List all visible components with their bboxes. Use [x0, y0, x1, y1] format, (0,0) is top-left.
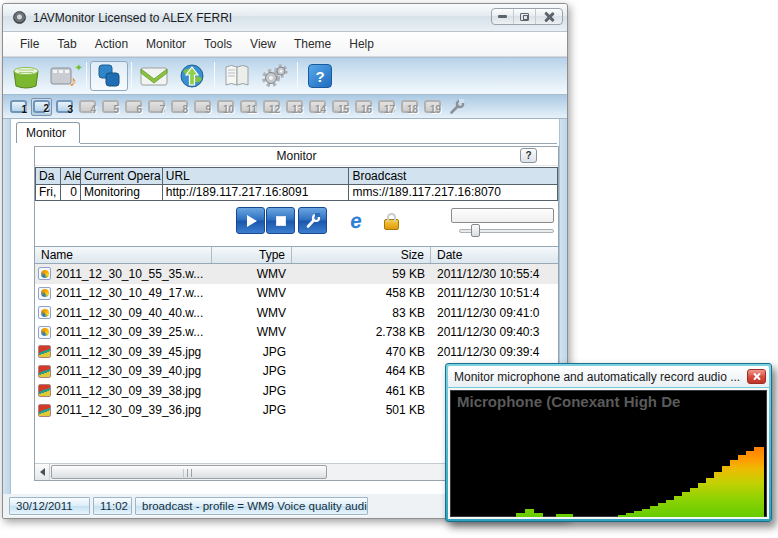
file-type-cell: WMV [212, 306, 292, 320]
device-label: Microphone (Conexant High De [457, 393, 680, 410]
channel-number: 18 [407, 104, 418, 115]
menu-help[interactable]: Help [340, 33, 383, 55]
mail-icon[interactable] [135, 61, 173, 91]
stop-button[interactable] [266, 207, 295, 234]
channel-tab-1[interactable]: 1 [8, 98, 29, 116]
cell-broadcast: mms://189.117.217.16:8070 [349, 185, 558, 201]
audio-meter-screen: Microphone (Conexant High De [448, 388, 769, 519]
col-type[interactable]: Type [212, 247, 292, 263]
menu-theme[interactable]: Theme [285, 33, 340, 55]
media-clip-icon[interactable]: ♪ ✦ [45, 61, 83, 91]
panel-help-button[interactable]: ? [520, 148, 537, 163]
file-type-cell: JPG [212, 403, 292, 417]
status-time: 11:02 [93, 497, 132, 515]
minimize-button[interactable] [492, 9, 514, 24]
file-row[interactable]: 2011_12_30_10_49_17.w...WMV458 KB2011/12… [35, 284, 558, 304]
shapes-icon[interactable] [90, 61, 128, 91]
file-size-cell: 59 KB [292, 267, 431, 281]
window-controls [491, 8, 563, 25]
channel-number: 3 [67, 104, 73, 115]
panel-header: Monitor ? [35, 147, 558, 166]
file-row[interactable]: 2011_12_30_09_39_45.jpgJPG470 KB2011/12/… [35, 342, 558, 362]
channel-tab-10: 10 [215, 98, 236, 116]
channel-tab-2[interactable]: 2 [31, 98, 52, 116]
channel-tab-6: 6 [123, 98, 144, 116]
col-date[interactable]: Date [431, 247, 558, 263]
menu-monitor[interactable]: Monitor [137, 33, 195, 55]
menu-file[interactable]: File [11, 33, 48, 55]
overlay-title: Monitor microphone and automatically rec… [454, 370, 766, 384]
internet-explorer-icon: e [349, 209, 363, 231]
channel-number: 12 [269, 104, 280, 115]
title-bar[interactable]: 1AVMonitor Licensed to ALEX FERRI [3, 4, 567, 32]
file-type-cell: JPG [212, 384, 292, 398]
overlay-close-icon [752, 372, 762, 382]
col-broadcast[interactable]: Broadcast [349, 168, 558, 185]
overlay-title-bar[interactable]: Monitor microphone and automatically rec… [448, 366, 769, 387]
meter-bar [658, 503, 666, 517]
screenshot-stage: 1AVMonitor Licensed to ALEX FERRI File T… [0, 0, 778, 538]
overlay-close-button[interactable] [747, 369, 766, 384]
microphone-monitor-window: Monitor microphone and automatically rec… [445, 363, 772, 522]
tab-monitor-label: Monitor [26, 126, 66, 140]
menu-view[interactable]: View [241, 33, 285, 55]
meter-bar [682, 492, 690, 517]
maximize-button[interactable] [514, 9, 536, 24]
channel-number: 5 [113, 104, 119, 115]
help-book-icon[interactable]: ? [301, 61, 339, 91]
browser-button[interactable]: e [341, 207, 371, 234]
file-row[interactable]: 2011_12_30_09_39_25.w...WMV2.738 KB2011/… [35, 323, 558, 343]
channel-number: 15 [338, 104, 349, 115]
menu-action[interactable]: Action [86, 33, 137, 55]
col-operation[interactable]: Current Opera [81, 168, 163, 185]
settings-wrench-button[interactable] [298, 207, 327, 234]
meter-bar [746, 451, 754, 517]
book-svg [223, 63, 251, 89]
play-button[interactable] [236, 207, 265, 234]
scrollbar-thumb[interactable] [51, 465, 327, 479]
channel-number: 8 [182, 104, 188, 115]
status-table-row[interactable]: Fri, 0 Monitoring http://189.117.217.16:… [36, 185, 558, 201]
col-size[interactable]: Size [292, 247, 431, 263]
file-type-cell: JPG [212, 364, 292, 378]
channel-tab-strip: 12345678910111213141516171819 [3, 95, 567, 119]
tab-monitor[interactable]: Monitor [16, 122, 80, 143]
toolbar: ♪ ✦ [3, 57, 567, 95]
col-name[interactable]: Name [35, 247, 212, 263]
col-alerts[interactable]: Ale [61, 168, 81, 185]
address-book-icon[interactable] [218, 61, 256, 91]
file-type-cell: JPG [212, 345, 292, 359]
wrench-icon[interactable] [449, 99, 465, 115]
close-button[interactable] [536, 9, 562, 24]
archive-icon[interactable] [7, 61, 45, 91]
wrench-icon [305, 213, 321, 229]
file-name-cell: 2011_12_30_09_39_36.jpg [35, 403, 212, 417]
menu-tools[interactable]: Tools [195, 33, 241, 55]
channel-number: 11 [246, 104, 257, 115]
cell-day: Fri, [36, 185, 61, 201]
menu-tab[interactable]: Tab [48, 33, 85, 55]
channel-number: 19 [430, 104, 441, 115]
col-url[interactable]: URL [163, 168, 350, 185]
star-icon: ✦ [75, 62, 83, 73]
channel-number: 1 [21, 104, 27, 115]
col-day[interactable]: Da [36, 168, 61, 185]
cell-alerts: 0 [61, 185, 81, 201]
file-date-cell: 2011/12/30 09:41:0 [431, 306, 558, 320]
volume-slider-thumb[interactable] [471, 224, 480, 237]
channel-tab-8: 8 [169, 98, 190, 116]
left-arrow-icon [40, 468, 45, 476]
lock-button[interactable] [376, 207, 406, 234]
gears-icon[interactable] [256, 61, 294, 91]
channel-tab-3[interactable]: 3 [54, 98, 75, 116]
app-icon [13, 11, 26, 24]
file-list-header: Name Type Size Date [35, 246, 558, 264]
meter-bar [730, 460, 738, 517]
channel-tabs: 12345678910111213141516171819 [8, 98, 445, 116]
globe-upload-icon[interactable] [173, 61, 211, 91]
channel-number: 13 [292, 104, 303, 115]
file-row[interactable]: 2011_12_30_10_55_35.w...WMV59 KB2011/12/… [35, 264, 558, 284]
file-row[interactable]: 2011_12_30_09_40_40.w...WMV83 KB2011/12/… [35, 303, 558, 323]
jpg-file-icon [38, 365, 51, 378]
scroll-left-button[interactable] [35, 464, 50, 480]
